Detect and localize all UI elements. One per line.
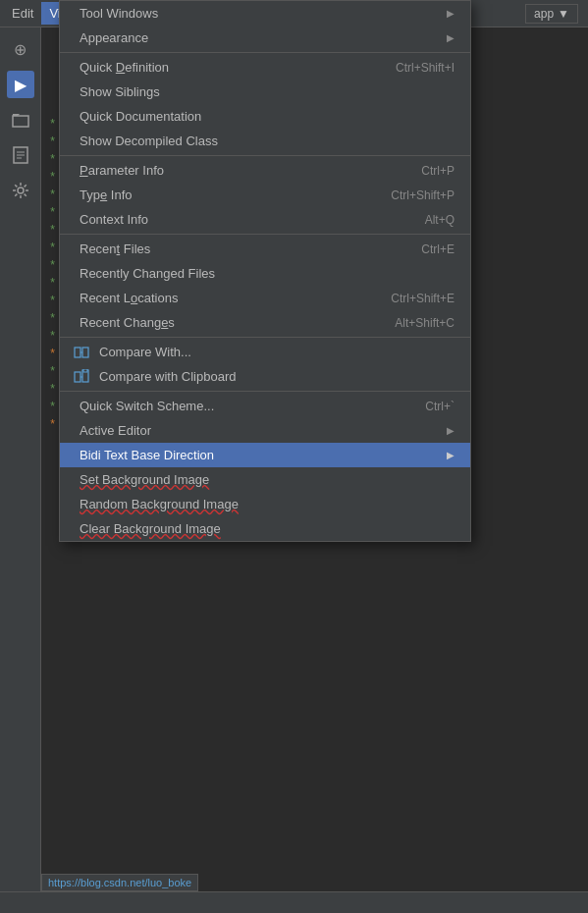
menu-item-quick-switch[interactable]: Quick Switch Scheme... Ctrl+` bbox=[60, 394, 470, 418]
svg-rect-9 bbox=[75, 372, 80, 382]
menu-item-parameter-info[interactable]: Parameter Info Ctrl+P bbox=[60, 158, 470, 183]
recent-changes-label: Recent Changes bbox=[80, 315, 175, 330]
bidi-text-arrow: ▶ bbox=[447, 450, 454, 460]
active-editor-label: Active Editor bbox=[80, 423, 151, 438]
appearance-label: Appearance bbox=[80, 30, 148, 45]
quick-switch-shortcut: Ctrl+` bbox=[425, 400, 454, 413]
app-dropdown-icon: ▼ bbox=[558, 7, 569, 21]
type-info-label: Type Info bbox=[80, 188, 133, 202]
sidebar-folder-icon[interactable] bbox=[7, 106, 34, 134]
menu-item-compare-clipboard[interactable]: Compare with Clipboard bbox=[60, 364, 470, 389]
app-selector[interactable]: app ▼ bbox=[525, 4, 578, 24]
random-background-label: Random Background Image bbox=[80, 497, 239, 511]
menu-item-active-editor[interactable]: Active Editor ▶ bbox=[60, 418, 470, 443]
menu-item-appearance[interactable]: Appearance ▶ bbox=[60, 26, 470, 50]
menu-item-compare-with[interactable]: Compare With... bbox=[60, 340, 470, 364]
separator-2 bbox=[60, 155, 470, 156]
menu-item-recently-changed[interactable]: Recently Changed Files bbox=[60, 261, 470, 286]
compare-clipboard-label: Compare with Clipboard bbox=[99, 369, 236, 384]
menu-item-set-background[interactable]: Set Background Image bbox=[60, 467, 470, 492]
menu-edit[interactable]: Edit bbox=[4, 2, 41, 25]
menu-item-quick-definition[interactable]: Quick Definition Ctrl+Shift+I bbox=[60, 55, 470, 80]
recent-locations-label: Recent Locations bbox=[80, 291, 178, 305]
tool-windows-arrow: ▶ bbox=[447, 8, 454, 19]
status-bar bbox=[0, 891, 588, 913]
quick-doc-label: Quick Documentation bbox=[80, 109, 201, 124]
menu-item-type-info[interactable]: Type Info Ctrl+Shift+P bbox=[60, 183, 470, 207]
menu-item-show-decompiled[interactable]: Show Decompiled Class bbox=[60, 129, 470, 153]
svg-rect-7 bbox=[82, 348, 88, 357]
menu-item-recent-changes[interactable]: Recent Changes Alt+Shift+C bbox=[60, 310, 470, 335]
sidebar-plus-icon[interactable]: ⊕ bbox=[7, 35, 34, 63]
quick-definition-shortcut: Ctrl+Shift+I bbox=[396, 61, 454, 75]
separator-4 bbox=[60, 337, 470, 338]
sidebar-file-icon[interactable] bbox=[7, 141, 34, 169]
set-background-label: Set Background Image bbox=[80, 472, 209, 487]
context-info-label: Context Info bbox=[80, 212, 148, 227]
menu-item-bidi-text[interactable]: Bidi Text Base Direction ▶ bbox=[60, 443, 470, 467]
recently-changed-label: Recently Changed Files bbox=[80, 266, 215, 281]
context-info-shortcut: Alt+Q bbox=[425, 213, 454, 227]
type-info-shortcut: Ctrl+Shift+P bbox=[391, 188, 454, 202]
url-tooltip: https://blog.csdn.net/luo_boke bbox=[41, 874, 198, 891]
separator-1 bbox=[60, 52, 470, 53]
recent-files-shortcut: Ctrl+E bbox=[421, 242, 454, 256]
show-siblings-label: Show Siblings bbox=[80, 84, 160, 99]
active-editor-arrow: ▶ bbox=[447, 425, 454, 436]
menu-item-clear-background[interactable]: Clear Background Image bbox=[60, 516, 470, 541]
svg-rect-11 bbox=[83, 369, 87, 372]
view-menu[interactable]: Tool Windows ▶ Appearance ▶ Quick Defini… bbox=[59, 0, 471, 542]
bidi-text-label: Bidi Text Base Direction bbox=[80, 448, 214, 462]
parameter-info-label: Parameter Info bbox=[80, 163, 164, 178]
separator-3 bbox=[60, 234, 470, 235]
menu-item-recent-locations[interactable]: Recent Locations Ctrl+Shift+E bbox=[60, 286, 470, 310]
url-text: https://blog.csdn.net/luo_boke bbox=[48, 877, 191, 888]
left-sidebar: ⊕ ▶ bbox=[0, 27, 41, 913]
compare-with-label: Compare With... bbox=[99, 345, 191, 359]
quick-switch-label: Quick Switch Scheme... bbox=[80, 399, 214, 413]
separator-5 bbox=[60, 391, 470, 392]
recent-locations-shortcut: Ctrl+Shift+E bbox=[391, 292, 454, 305]
show-decompiled-label: Show Decompiled Class bbox=[80, 134, 218, 148]
svg-point-5 bbox=[18, 188, 24, 193]
clear-background-label: Clear Background Image bbox=[80, 521, 221, 536]
menu-item-recent-files[interactable]: Recent Files Ctrl+E bbox=[60, 237, 470, 261]
recent-files-label: Recent Files bbox=[80, 242, 150, 256]
parameter-info-shortcut: Ctrl+P bbox=[421, 164, 454, 178]
menu-item-random-background[interactable]: Random Background Image bbox=[60, 492, 470, 516]
app-label: app bbox=[534, 7, 554, 21]
recent-changes-shortcut: Alt+Shift+C bbox=[395, 316, 454, 330]
appearance-arrow: ▶ bbox=[447, 32, 454, 43]
menu-item-show-siblings[interactable]: Show Siblings bbox=[60, 80, 470, 104]
menu-item-quick-doc[interactable]: Quick Documentation bbox=[60, 104, 470, 129]
compare-with-icon bbox=[72, 343, 91, 362]
svg-rect-6 bbox=[75, 348, 80, 357]
quick-definition-label: Quick Definition bbox=[80, 60, 169, 75]
sidebar-active-icon[interactable]: ▶ bbox=[7, 71, 34, 98]
tool-windows-label: Tool Windows bbox=[80, 6, 158, 21]
compare-clipboard-icon bbox=[72, 367, 91, 387]
svg-rect-0 bbox=[13, 116, 28, 127]
menu-item-context-info[interactable]: Context Info Alt+Q bbox=[60, 207, 470, 232]
sidebar-settings-icon[interactable] bbox=[7, 177, 34, 204]
menu-item-tool-windows[interactable]: Tool Windows ▶ bbox=[60, 1, 470, 26]
